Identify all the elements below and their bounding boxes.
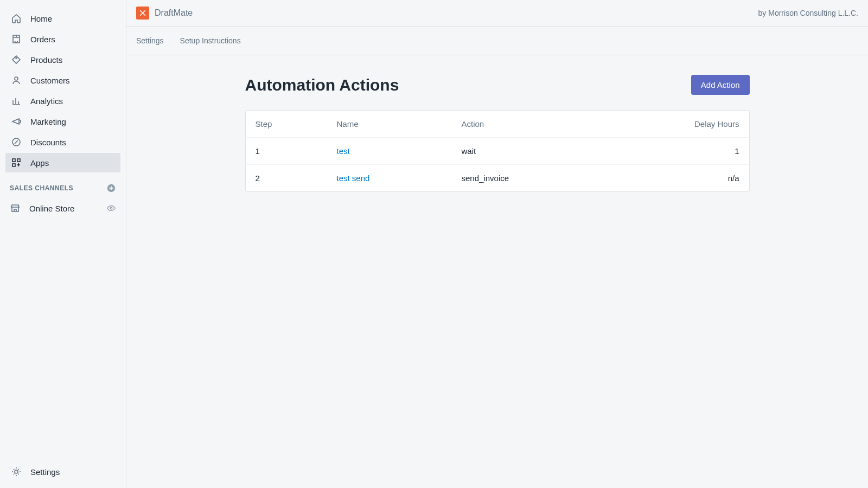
app-brand: DraftMate xyxy=(136,7,193,20)
svg-point-1 xyxy=(15,77,18,80)
topbar: DraftMate by Morrison Consulting L.L.C. xyxy=(126,0,868,27)
marketing-icon xyxy=(11,116,22,127)
table-header-row: Step Name Action Delay Hours xyxy=(246,111,749,138)
col-header-action: Action xyxy=(462,119,669,129)
cell-action: wait xyxy=(462,146,669,156)
customer-icon xyxy=(11,75,22,86)
gear-icon xyxy=(11,466,22,477)
content: Automation Actions Add Action Step Name … xyxy=(126,55,868,211)
cell-delay: n/a xyxy=(669,174,739,183)
byline: by Morrison Consulting L.L.C. xyxy=(758,9,858,17)
channel-label: Online Store xyxy=(29,204,74,213)
svg-point-7 xyxy=(110,207,112,209)
page-header: Automation Actions Add Action xyxy=(245,75,750,95)
section-label: SALES CHANNELS xyxy=(10,184,73,192)
cell-delay: 1 xyxy=(669,146,739,156)
svg-rect-3 xyxy=(12,159,15,162)
svg-point-0 xyxy=(16,57,17,59)
main-panel: DraftMate by Morrison Consulting L.L.C. … xyxy=(126,0,868,488)
table-row: 2 test send send_invoice n/a xyxy=(246,165,749,191)
tab-settings[interactable]: Settings xyxy=(136,27,164,55)
actions-table: Step Name Action Delay Hours 1 test wait… xyxy=(245,110,750,192)
nav-item-label: Apps xyxy=(30,158,49,168)
page-title: Automation Actions xyxy=(245,76,399,94)
nav-item-customers[interactable]: Customers xyxy=(5,70,120,90)
nav-item-orders[interactable]: Orders xyxy=(5,29,120,49)
tabs: Settings Setup Instructions xyxy=(126,27,868,55)
nav-item-label: Home xyxy=(30,14,52,23)
sales-channels-header: SALES CHANNELS xyxy=(0,174,126,198)
nav-item-apps[interactable]: Apps xyxy=(5,153,120,172)
col-header-delay: Delay Hours xyxy=(669,119,739,129)
col-header-name: Name xyxy=(337,119,462,129)
analytics-icon xyxy=(11,95,22,106)
nav-item-label: Discounts xyxy=(30,138,66,147)
orders-icon xyxy=(11,34,22,44)
settings-label: Settings xyxy=(30,467,60,477)
tab-setup-instructions[interactable]: Setup Instructions xyxy=(180,27,241,55)
discount-icon xyxy=(11,137,22,147)
add-channel-icon[interactable] xyxy=(106,183,116,193)
store-icon xyxy=(10,203,21,214)
cell-name-link[interactable]: test xyxy=(337,146,350,156)
nav-item-label: Orders xyxy=(30,35,55,44)
nav-item-home[interactable]: Home xyxy=(5,9,120,28)
table-row: 1 test wait 1 xyxy=(246,138,749,165)
add-action-button[interactable]: Add Action xyxy=(691,75,750,95)
nav-item-label: Customers xyxy=(30,76,70,85)
app-logo-icon xyxy=(136,7,149,20)
eye-icon[interactable] xyxy=(106,203,116,213)
app-title: DraftMate xyxy=(155,8,193,18)
nav-item-analytics[interactable]: Analytics xyxy=(5,91,120,111)
svg-rect-5 xyxy=(12,164,15,166)
nav-list: Home Orders Products Customers xyxy=(0,9,126,174)
nav-item-label: Analytics xyxy=(30,97,63,106)
cell-step: 2 xyxy=(256,174,337,183)
sidebar: Home Orders Products Customers xyxy=(0,0,126,488)
nav-item-marketing[interactable]: Marketing xyxy=(5,112,120,131)
cell-action: send_invoice xyxy=(462,174,669,183)
nav-item-discounts[interactable]: Discounts xyxy=(5,132,120,152)
channel-item-online-store[interactable]: Online Store xyxy=(0,198,126,218)
col-header-step: Step xyxy=(256,119,337,129)
home-icon xyxy=(11,13,22,24)
svg-rect-4 xyxy=(17,159,20,162)
cell-step: 1 xyxy=(256,146,337,156)
nav-item-settings[interactable]: Settings xyxy=(0,461,126,488)
nav-item-products[interactable]: Products xyxy=(5,50,120,69)
nav-item-label: Marketing xyxy=(30,117,66,126)
svg-point-8 xyxy=(15,470,18,473)
nav-item-label: Products xyxy=(30,55,62,65)
apps-icon xyxy=(11,157,22,168)
cell-name-link[interactable]: test send xyxy=(337,174,370,183)
tag-icon xyxy=(11,54,22,65)
